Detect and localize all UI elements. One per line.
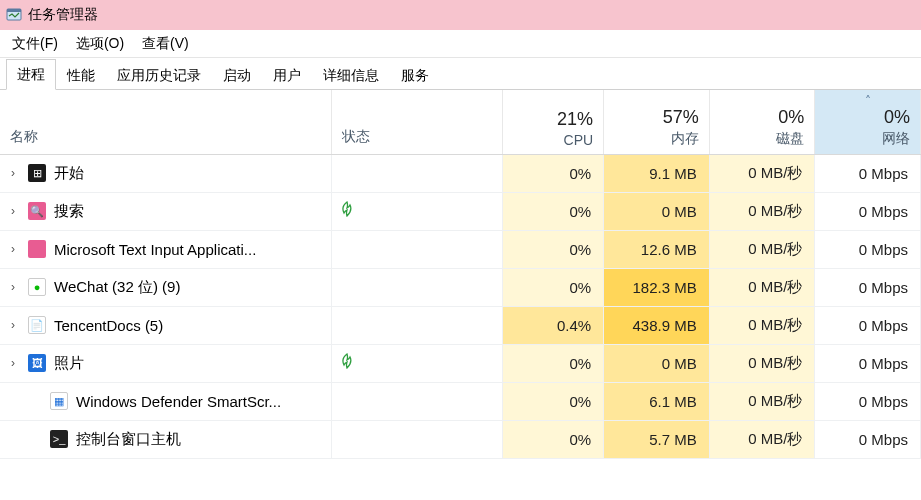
table-row[interactable]: ›📄TencentDocs (5)0.4%438.9 MB0 MB/秒0 Mbp… — [0, 306, 921, 344]
process-icon: ▦ — [50, 392, 68, 410]
menu-file[interactable]: 文件(F) — [4, 32, 66, 56]
process-name-cell[interactable]: ›●WeChat (32 位) (9) — [0, 268, 332, 306]
process-status-cell — [332, 344, 503, 382]
column-header-disk-label: 磁盘 — [720, 130, 805, 148]
process-status-cell — [332, 420, 503, 458]
process-icon: >_ — [50, 430, 68, 448]
process-name-cell[interactable]: ›⊞开始 — [0, 154, 332, 192]
process-name-cell[interactable]: ›🔍搜索 — [0, 192, 332, 230]
menubar: 文件(F) 选项(O) 查看(V) — [0, 30, 921, 58]
process-name-cell[interactable]: ›Microsoft Text Input Applicati... — [0, 230, 332, 268]
process-name-label: TencentDocs (5) — [54, 317, 331, 334]
process-disk-cell: 0 MB/秒 — [709, 154, 815, 192]
process-name-label: Microsoft Text Input Applicati... — [54, 241, 331, 258]
column-header-memory-label: 内存 — [614, 130, 699, 148]
tab-services[interactable]: 服务 — [390, 60, 440, 90]
table-row[interactable]: ›🖼照片0%0 MB0 MB/秒0 Mbps — [0, 344, 921, 382]
process-cpu-cell: 0% — [503, 230, 604, 268]
network-total-percent: 0% — [825, 107, 910, 128]
process-network-cell: 0 Mbps — [815, 230, 921, 268]
chevron-right-icon[interactable]: › — [6, 356, 20, 370]
process-name-label: WeChat (32 位) (9) — [54, 278, 331, 297]
process-name-label: 搜索 — [54, 202, 331, 221]
process-status-cell — [332, 230, 503, 268]
process-disk-cell: 0 MB/秒 — [709, 420, 815, 458]
column-header-network-label: 网络 — [825, 130, 910, 148]
process-name-label: Windows Defender SmartScr... — [76, 393, 331, 410]
process-memory-cell: 438.9 MB — [604, 306, 710, 344]
process-name-label: 开始 — [54, 164, 331, 183]
process-icon: 🔍 — [28, 202, 46, 220]
process-status-cell — [332, 382, 503, 420]
tab-users[interactable]: 用户 — [262, 60, 312, 90]
tab-details[interactable]: 详细信息 — [312, 60, 390, 90]
process-icon: ⊞ — [28, 164, 46, 182]
process-name-cell[interactable]: >_控制台窗口主机 — [0, 420, 332, 458]
tabs: 进程 性能 应用历史记录 启动 用户 详细信息 服务 — [0, 58, 921, 90]
tab-app-history[interactable]: 应用历史记录 — [106, 60, 212, 90]
window-title: 任务管理器 — [28, 6, 98, 24]
process-name-cell[interactable]: ▦Windows Defender SmartScr... — [0, 382, 332, 420]
menu-options[interactable]: 选项(O) — [68, 32, 132, 56]
process-network-cell: 0 Mbps — [815, 306, 921, 344]
chevron-right-icon[interactable]: › — [6, 242, 20, 256]
table-row[interactable]: ›🔍搜索0%0 MB0 MB/秒0 Mbps — [0, 192, 921, 230]
process-icon — [28, 240, 46, 258]
process-disk-cell: 0 MB/秒 — [709, 344, 815, 382]
column-header-status-label: 状态 — [342, 128, 370, 144]
process-name-label: 照片 — [54, 354, 331, 373]
column-header-disk[interactable]: 0% 磁盘 — [709, 90, 815, 154]
process-network-cell: 0 Mbps — [815, 268, 921, 306]
process-cpu-cell: 0% — [503, 154, 604, 192]
process-disk-cell: 0 MB/秒 — [709, 230, 815, 268]
process-status-cell — [332, 154, 503, 192]
memory-total-percent: 57% — [614, 107, 699, 128]
process-memory-cell: 9.1 MB — [604, 154, 710, 192]
process-memory-cell: 12.6 MB — [604, 230, 710, 268]
process-table: 名称 状态 21% CPU 57% 内存 0% 磁盘 ˄ — [0, 90, 921, 459]
table-row[interactable]: >_控制台窗口主机0%5.7 MB0 MB/秒0 Mbps — [0, 420, 921, 458]
table-row[interactable]: ›Microsoft Text Input Applicati...0%12.6… — [0, 230, 921, 268]
process-icon: 🖼 — [28, 354, 46, 372]
column-header-cpu[interactable]: 21% CPU — [503, 90, 604, 154]
process-name-cell[interactable]: ›📄TencentDocs (5) — [0, 306, 332, 344]
chevron-right-icon[interactable]: › — [6, 204, 20, 218]
process-disk-cell: 0 MB/秒 — [709, 306, 815, 344]
column-header-memory[interactable]: 57% 内存 — [604, 90, 710, 154]
table-row[interactable]: ›●WeChat (32 位) (9)0%182.3 MB0 MB/秒0 Mbp… — [0, 268, 921, 306]
process-cpu-cell: 0% — [503, 420, 604, 458]
process-network-cell: 0 Mbps — [815, 154, 921, 192]
process-icon: 📄 — [28, 316, 46, 334]
process-memory-cell: 0 MB — [604, 192, 710, 230]
process-disk-cell: 0 MB/秒 — [709, 268, 815, 306]
process-disk-cell: 0 MB/秒 — [709, 192, 815, 230]
app-icon — [6, 7, 22, 23]
tab-startup[interactable]: 启动 — [212, 60, 262, 90]
chevron-right-icon[interactable]: › — [6, 318, 20, 332]
column-header-network[interactable]: ˄ 0% 网络 — [815, 90, 921, 154]
table-row[interactable]: ▦Windows Defender SmartScr...0%6.1 MB0 M… — [0, 382, 921, 420]
process-status-cell — [332, 268, 503, 306]
process-status-cell — [332, 192, 503, 230]
disk-total-percent: 0% — [720, 107, 805, 128]
menu-view[interactable]: 查看(V) — [134, 32, 197, 56]
process-status-cell — [332, 306, 503, 344]
table-row[interactable]: ›⊞开始0%9.1 MB0 MB/秒0 Mbps — [0, 154, 921, 192]
titlebar[interactable]: 任务管理器 — [0, 0, 921, 30]
chevron-right-icon[interactable]: › — [6, 280, 20, 294]
column-header-status[interactable]: 状态 — [332, 90, 503, 154]
tab-performance[interactable]: 性能 — [56, 60, 106, 90]
process-name-cell[interactable]: ›🖼照片 — [0, 344, 332, 382]
chevron-right-icon[interactable]: › — [6, 166, 20, 180]
column-header-name-label: 名称 — [10, 128, 38, 144]
process-memory-cell: 182.3 MB — [604, 268, 710, 306]
column-header-name[interactable]: 名称 — [0, 90, 332, 154]
process-network-cell: 0 Mbps — [815, 192, 921, 230]
process-cpu-cell: 0% — [503, 344, 604, 382]
tab-processes[interactable]: 进程 — [6, 59, 56, 90]
process-cpu-cell: 0% — [503, 268, 604, 306]
process-disk-cell: 0 MB/秒 — [709, 382, 815, 420]
process-table-wrap: 名称 状态 21% CPU 57% 内存 0% 磁盘 ˄ — [0, 90, 921, 459]
leaf-icon — [340, 203, 354, 220]
process-cpu-cell: 0% — [503, 382, 604, 420]
